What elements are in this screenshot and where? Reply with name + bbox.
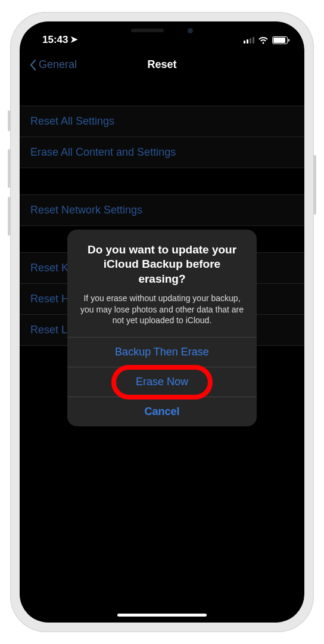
alert-message: If you erase without updating your backu… — [79, 293, 245, 327]
notch — [99, 21, 225, 39]
speaker — [131, 29, 164, 32]
phone-frame: 15:43 ➤ General Reset — [10, 12, 314, 632]
mute-switch — [8, 110, 11, 131]
front-camera — [188, 28, 193, 33]
backup-then-erase-button[interactable]: Backup Then Erase — [67, 337, 257, 367]
erase-now-button[interactable]: Erase Now — [67, 367, 257, 397]
erase-now-label: Erase Now — [136, 376, 188, 388]
alert-dialog: Do you want to update your iCloud Backup… — [67, 230, 257, 427]
cancel-button[interactable]: Cancel — [67, 397, 257, 426]
alert-header: Do you want to update your iCloud Backup… — [67, 230, 257, 338]
screen: 15:43 ➤ General Reset — [20, 21, 304, 623]
alert-overlay: Do you want to update your iCloud Backup… — [20, 21, 304, 623]
volume-up-button — [8, 149, 11, 188]
alert-title: Do you want to update your iCloud Backup… — [79, 243, 245, 287]
volume-down-button — [8, 197, 11, 236]
power-button — [313, 155, 316, 215]
